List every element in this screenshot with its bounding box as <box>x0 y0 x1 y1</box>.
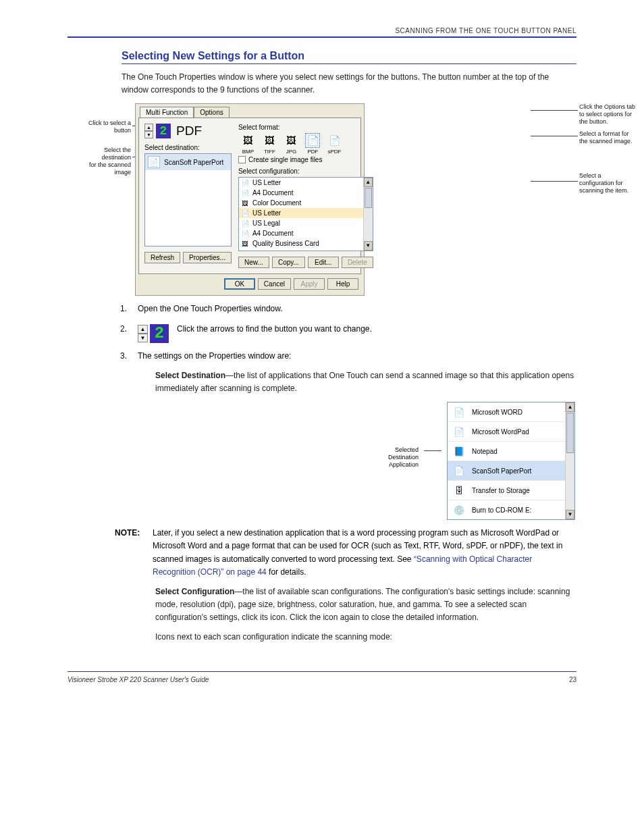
apply-button[interactable]: Apply <box>294 278 325 290</box>
copy-button[interactable]: Copy... <box>272 257 305 268</box>
config-row[interactable]: 🖼Color Document🔒 <box>239 198 373 208</box>
select-destination-paragraph: Select Destination—the list of applicati… <box>155 369 576 395</box>
help-button[interactable]: Help <box>327 278 358 290</box>
config-row[interactable]: 🖼Quality Business Card🔒 <box>239 238 373 249</box>
format-tiff-icon[interactable]: 🖼 <box>262 133 277 148</box>
dest-float-callout-line <box>424 450 441 451</box>
config-row[interactable]: 📄US Legal🔒 <box>239 218 373 228</box>
destination-item-label: ScanSoft PaperPort <box>164 159 223 166</box>
section-heading: Selecting New Settings for a Button <box>122 50 576 64</box>
button-number-selector-thumb: ▲ ▼ 2 <box>138 324 169 343</box>
create-single-image-files-label: Create single image files <box>248 156 323 163</box>
config-scrollbar[interactable]: ▲ ▼ <box>363 178 373 251</box>
page-icon: 📄 <box>242 180 250 186</box>
config-row[interactable]: 📄A4 Document🔒 <box>239 228 373 238</box>
header-rule <box>68 36 576 38</box>
page-footer: Visioneer Strobe XP 220 Scanner User's G… <box>68 671 576 683</box>
step-1-number: 1. <box>115 303 127 315</box>
button-number-up-thumb: ▲ <box>138 325 148 334</box>
format-pdf-label: PDF <box>307 149 318 155</box>
select-format-label: Select format: <box>238 124 373 131</box>
destination-listbox[interactable]: 📄 ScanSoft PaperPort <box>144 153 232 246</box>
format-spdf-label: sPDF <box>327 149 341 155</box>
page-icon: 📄 <box>242 210 250 217</box>
select-destination-label: Select destination: <box>144 144 232 151</box>
button-number-down[interactable]: ▼ <box>144 131 153 138</box>
list-item[interactable]: 📘Notepad <box>448 442 574 461</box>
config-row[interactable]: 📄A4 Document🔒 <box>239 188 373 198</box>
format-bmp-label: BMP <box>242 149 254 155</box>
format-jpg-icon[interactable]: 🖼 <box>284 133 298 148</box>
select-configuration-paragraph: Select Configuration—the list of availab… <box>155 585 576 625</box>
config-row[interactable]: 📄US Letter🔒 <box>239 178 373 188</box>
storage-icon: 🗄 <box>452 484 466 496</box>
list-item[interactable]: 📄Microsoft WordPad <box>448 422 574 442</box>
destination-item-paperport[interactable]: 📄 ScanSoft PaperPort <box>145 154 231 170</box>
format-row: 🖼BMP 🖼TIFF 🖼JPG 📄PDF 📄sPDF <box>238 133 373 155</box>
step-3-number: 3. <box>115 350 127 363</box>
configuration-listbox[interactable]: 📄US Letter🔒 📄A4 Document🔒 🖼Color Documen… <box>238 177 373 251</box>
button-name-label: PDF <box>176 124 202 138</box>
scroll-thumb[interactable] <box>566 413 574 453</box>
create-single-image-files-row[interactable]: Create single image files <box>238 156 373 163</box>
refresh-button[interactable]: Refresh <box>144 252 180 263</box>
onetouch-properties-dialog: Multi Function Options ▲ ▼ 2 PDF Select … <box>135 103 365 296</box>
button-number-display-thumb: 2 <box>150 324 169 343</box>
list-item[interactable]: 📄Microsoft WORD <box>448 402 574 422</box>
list-item[interactable]: 💿Burn to CD-ROM E: <box>448 500 574 519</box>
delete-button[interactable]: Delete <box>342 257 373 268</box>
color-icon: 🖼 <box>242 240 250 247</box>
config-row[interactable]: 📄US Letter🔒 <box>239 208 373 218</box>
cancel-button[interactable]: Cancel <box>258 278 291 290</box>
format-jpg-label: JPG <box>286 149 297 155</box>
note-label: Note: <box>115 527 142 540</box>
edit-button[interactable]: Edit... <box>308 257 339 268</box>
step-1-text: Open the One Touch Properties window. <box>138 303 576 315</box>
ok-button[interactable]: OK <box>224 278 255 290</box>
new-button[interactable]: New... <box>238 257 269 268</box>
step-3-text: The settings on the Properties window ar… <box>138 350 576 363</box>
scroll-thumb[interactable] <box>365 188 372 208</box>
paperport-icon: 📄 <box>148 156 160 168</box>
page-number: 23 <box>569 676 576 683</box>
format-tiff-label: TIFF <box>264 149 275 155</box>
list-item[interactable]: 📄ScanSoft PaperPort <box>448 461 574 481</box>
scroll-down-icon[interactable]: ▼ <box>364 241 373 251</box>
intro-paragraph: The One Touch Properties window is where… <box>122 71 576 97</box>
word-icon: 📄 <box>452 406 466 418</box>
wordpad-icon: 📄 <box>452 425 466 438</box>
tab-options[interactable]: Options <box>194 107 229 118</box>
dest-float-callout: Selected Destination Application <box>378 446 419 468</box>
format-spdf-icon[interactable]: 📄 <box>327 133 342 148</box>
create-single-image-files-checkbox[interactable] <box>238 156 246 163</box>
scroll-down-icon[interactable]: ▼ <box>566 510 574 519</box>
tab-strip: Multi Function Options <box>140 107 364 118</box>
color-icon: 🖼 <box>242 200 250 207</box>
select-destination-lead: Select Destination <box>155 371 225 380</box>
button-number-down-thumb: ▼ <box>138 334 148 342</box>
page-icon: 📄 <box>242 190 250 197</box>
scroll-up-icon[interactable]: ▲ <box>566 402 574 412</box>
tab-multi-function[interactable]: Multi Function <box>140 107 194 118</box>
step-2-text: Click the arrows to find the button you … <box>177 323 372 336</box>
footer-title: Visioneer Strobe XP 220 Scanner User's G… <box>68 676 209 683</box>
page-icon: 📄 <box>242 220 250 227</box>
select-configuration-lead: Select Configuration <box>155 587 234 596</box>
select-configuration-label: Select configuration: <box>238 167 373 175</box>
button-number-selector: ▲ ▼ 2 PDF <box>144 124 232 138</box>
scroll-up-icon[interactable]: ▲ <box>364 178 373 187</box>
button-number-display: 2 <box>156 124 171 138</box>
list-item[interactable]: 🗄Transfer to Storage <box>448 481 574 500</box>
header-section-label: SCANNING FROM THE ONE TOUCH BUTTON PANEL <box>68 27 576 34</box>
step-2-number: 2. <box>115 323 127 336</box>
config-icons-paragraph: Icons next to each scan configuration in… <box>155 631 576 644</box>
destination-applications-list: 📄Microsoft WORD 📄Microsoft WordPad 📘Note… <box>447 402 575 520</box>
format-pdf-icon[interactable]: 📄 <box>305 133 320 148</box>
destination-scrollbar[interactable]: ▲ ▼ <box>565 402 574 519</box>
button-number-up[interactable]: ▲ <box>144 124 153 131</box>
notepad-icon: 📘 <box>452 445 466 457</box>
format-bmp-icon[interactable]: 🖼 <box>240 133 255 148</box>
cdrom-icon: 💿 <box>452 504 466 516</box>
properties-button[interactable]: Properties... <box>183 252 232 263</box>
paperport-icon: 📄 <box>452 465 466 477</box>
